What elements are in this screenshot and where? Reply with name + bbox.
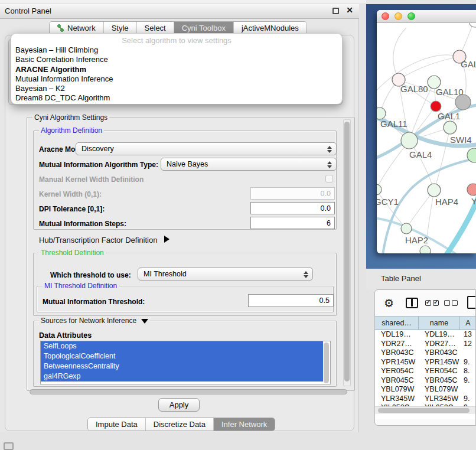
algorithm-definition-title: Algorithm Definition bbox=[39, 126, 104, 135]
network-edge[interactable] bbox=[434, 128, 450, 190]
table-row[interactable]: YLR345WYLR345W9. bbox=[375, 394, 476, 404]
tab-label: Style bbox=[112, 24, 129, 32]
tab-style[interactable]: Style bbox=[104, 22, 137, 34]
deselect-all-icon[interactable] bbox=[444, 300, 458, 306]
tab-infer-network[interactable]: Infer Network bbox=[214, 418, 275, 431]
mi-threshold-field[interactable]: 0.5 bbox=[248, 294, 334, 307]
which-threshold-combo[interactable]: MI Threshold bbox=[138, 268, 313, 281]
checked-box-icon bbox=[425, 300, 431, 306]
mi-threshold-label: Mutual Information Threshold: bbox=[43, 298, 145, 306]
tab-label: Select bbox=[145, 24, 166, 32]
close-traffic-light-icon[interactable] bbox=[382, 12, 389, 20]
network-edge[interactable] bbox=[399, 57, 459, 80]
network-node-gal1[interactable] bbox=[444, 121, 457, 134]
dropdown-item[interactable]: Bayesian – K2 bbox=[11, 84, 342, 93]
column-header[interactable]: A bbox=[460, 317, 476, 330]
aracne-mode-combo[interactable]: Discovery bbox=[76, 142, 337, 155]
column-header[interactable]: shared… bbox=[375, 317, 419, 330]
list-scrollbar[interactable] bbox=[323, 342, 330, 384]
network-node-bottom-green[interactable] bbox=[420, 246, 431, 253]
network-node-gcy1[interactable] bbox=[377, 184, 382, 195]
kernel-width-label: Kernel Width (0,1): bbox=[39, 190, 102, 198]
network-canvas[interactable]: GALGAL80GAL10GAL1GAL11GAL4SWI4GCY1HAP4YH… bbox=[377, 23, 476, 253]
cyni-algorithm-settings-title: Cyni Algorithm Settings bbox=[32, 113, 109, 122]
dropdown-item[interactable]: Bayesian – Hill Climbing bbox=[11, 45, 342, 55]
sources-group-title[interactable]: Sources for Network Inference bbox=[39, 317, 150, 325]
list-scrollbar-thumb[interactable] bbox=[324, 343, 329, 383]
table-panel-header: Table Panel bbox=[366, 269, 476, 289]
network-edge[interactable] bbox=[406, 190, 434, 229]
data-attributes-list[interactable]: SelfLoopsTopologicalCoefficientBetweenne… bbox=[40, 341, 331, 384]
screenshot-root: Control Panel ✕ NetworkStyleSelectCyni T… bbox=[0, 0, 476, 450]
mi-steps-field[interactable]: 6 bbox=[250, 217, 335, 229]
tab-select[interactable]: Select bbox=[137, 22, 174, 34]
table-cell: YLR345W bbox=[375, 394, 419, 404]
unchecked-box-icon bbox=[444, 300, 450, 306]
zoom-traffic-light-icon[interactable] bbox=[407, 12, 415, 20]
partial-bottom-icon[interactable] bbox=[4, 442, 14, 450]
dropdown-item[interactable]: Basic Correlation Inference bbox=[11, 55, 342, 64]
table-row[interactable]: YDR27…YDR27…12 bbox=[375, 340, 476, 349]
table-row[interactable]: YBR043CYBR043C bbox=[375, 348, 476, 358]
float-window-icon[interactable] bbox=[332, 8, 339, 14]
manual-kernel-checkbox[interactable] bbox=[325, 175, 333, 182]
network-node-partial-top[interactable] bbox=[469, 23, 476, 27]
split-columns-icon[interactable] bbox=[406, 298, 418, 308]
table-cell: YLR345W bbox=[419, 394, 460, 404]
dpi-tolerance-field[interactable]: 0.0 bbox=[250, 202, 335, 214]
hscrollbar-thumb[interactable] bbox=[30, 389, 347, 394]
close-icon[interactable]: ✕ bbox=[346, 5, 353, 15]
attribute-item[interactable]: gal4RGexp bbox=[41, 371, 323, 381]
hub-definition-expander[interactable]: Hub/Transcription Factor Definition bbox=[39, 236, 169, 244]
column-header[interactable]: name bbox=[419, 317, 460, 330]
minimize-traffic-light-icon[interactable] bbox=[395, 12, 402, 20]
tab-jactivemnodules[interactable]: jActiveMNodules bbox=[234, 22, 307, 34]
attribute-item[interactable]: TopologicalCoefficient bbox=[41, 351, 323, 361]
table-row[interactable]: YBR045CYBR045C9. bbox=[375, 376, 476, 386]
table-row[interactable]: YBL079WYBL079W bbox=[375, 385, 476, 394]
tab-impute-data[interactable]: Impute Data bbox=[88, 418, 146, 431]
network-node-gal4[interactable] bbox=[401, 132, 418, 149]
settings-vertical-scrollbar[interactable] bbox=[343, 119, 351, 386]
select-all-icon[interactable] bbox=[425, 300, 439, 306]
network-node-salmon-node[interactable] bbox=[467, 184, 476, 195]
sources-title-label: Sources for Network Inference bbox=[41, 317, 136, 325]
network-node-gal11[interactable] bbox=[377, 107, 386, 119]
tab-label: Impute Data bbox=[96, 420, 138, 429]
kernel-width-field[interactable]: 0.0 bbox=[250, 187, 335, 200]
cyni-bottom-tabbar: Impute DataDiscretize DataInfer Network bbox=[87, 418, 275, 431]
expander-right-icon bbox=[164, 236, 169, 243]
dropdown-item[interactable]: ARACNE Algorithm bbox=[11, 65, 342, 74]
mi-type-value: Naive Bayes bbox=[167, 160, 208, 168]
tab-label: Discretize Data bbox=[154, 420, 206, 429]
network-node-hap2[interactable] bbox=[401, 223, 412, 234]
attribute-item[interactable]: BetweennessCentrality bbox=[41, 361, 323, 371]
tab-network[interactable]: Network bbox=[50, 22, 104, 34]
gear-icon[interactable]: ⚙ bbox=[384, 298, 394, 309]
file-icon[interactable] bbox=[467, 296, 476, 309]
settings-horizontal-scrollbar[interactable] bbox=[30, 389, 348, 396]
tab-discretize-data[interactable]: Discretize Data bbox=[146, 418, 214, 431]
manual-kernel-label: Manual Kernel Width Definition bbox=[39, 175, 144, 184]
table-cell: YBL079W bbox=[375, 385, 419, 394]
dropdown-item[interactable]: Dream8 DC_TDC Algorithm bbox=[11, 93, 342, 103]
expander-down-icon bbox=[141, 319, 148, 324]
control-panel-titlebar: Control Panel ✕ bbox=[0, 4, 359, 19]
node-label: GCY1 bbox=[377, 197, 399, 207]
network-node-hap4[interactable] bbox=[428, 184, 441, 197]
node-table: shared…nameA YDL19…YDL19…13YDR27…YDR27…1… bbox=[375, 316, 476, 419]
table-row[interactable]: YER054CYER054C8. bbox=[375, 367, 476, 376]
table-hscroll-thumb[interactable] bbox=[378, 408, 470, 413]
apply-button[interactable]: Apply bbox=[158, 398, 200, 412]
attribute-item[interactable]: SelfLoops bbox=[41, 341, 323, 351]
network-node-red-node[interactable] bbox=[431, 101, 441, 112]
table-cell: 13 bbox=[460, 330, 476, 340]
table-row[interactable]: YPR145WYPR145W9. bbox=[375, 358, 476, 367]
tab-cyni-toolbox[interactable]: Cyni Toolbox bbox=[174, 22, 234, 34]
mi-type-combo[interactable]: Naive Bayes bbox=[161, 158, 337, 171]
dropdown-item[interactable]: Mutual Information Inference bbox=[11, 74, 342, 84]
table-row[interactable]: YDL19…YDL19…13 bbox=[375, 330, 476, 340]
network-edge[interactable] bbox=[393, 28, 406, 80]
table-horizontal-scrollbar[interactable] bbox=[375, 406, 476, 414]
settings-scrollbar-thumb[interactable] bbox=[344, 122, 350, 381]
